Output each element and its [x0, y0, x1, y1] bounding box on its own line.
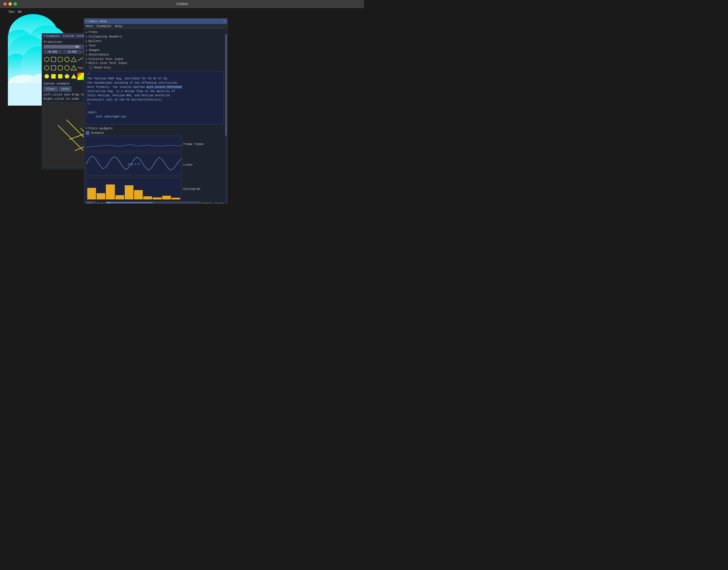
frame-times-row: Frame Times — [86, 136, 224, 153]
menu-item-menu[interactable]: Menu — [86, 24, 93, 28]
prim-rounded-rect-outline[interactable] — [57, 55, 63, 63]
prim-triangle-outline-lg[interactable] — [71, 64, 77, 72]
size-value: 36 — [75, 45, 78, 48]
prim-hexagon-outline-lg[interactable] — [64, 64, 70, 72]
tree-arrow-icon: ▶ — [86, 58, 87, 61]
menu-item-examples[interactable]: Examples — [96, 24, 111, 28]
tree-arrow-icon: ▶ — [86, 44, 87, 47]
lines-plot[interactable]: avg 0.0 — [86, 153, 181, 176]
lines-plot-row: avg 0.0 Lines — [86, 153, 224, 177]
plots-label: Plots widgets — [88, 127, 113, 130]
prim-rounded-rect-filled[interactable] — [57, 72, 63, 80]
prim-square-outline[interactable] — [50, 55, 57, 63]
svg-point-15 — [44, 66, 49, 70]
frame-times-plot[interactable] — [86, 136, 181, 151]
demo-close-icon[interactable]: ✕ — [224, 19, 226, 23]
code-textarea[interactable]: /* The Pentium F00F bug, shorthand for F… — [86, 71, 224, 124]
animate-row: ✓ Animate — [86, 131, 224, 134]
tree-arrow-icon: ▶ — [86, 53, 87, 56]
hist-bar-2 — [96, 193, 105, 199]
svg-marker-23 — [64, 74, 69, 78]
tree-arrow-icon: ▶ — [86, 35, 87, 38]
svg-line-25 — [58, 125, 83, 151]
histogram-label: Histogram — [183, 187, 206, 191]
prim-triangle-outline[interactable] — [71, 55, 77, 63]
hist-bar-8 — [152, 198, 161, 199]
menu-item-help[interactable]: Help — [115, 24, 122, 28]
histogram-plot[interactable] — [86, 177, 181, 200]
hist-bar-3 — [106, 185, 114, 199]
sample-count-label: Sample count — [201, 202, 224, 203]
tree-item-bullets[interactable]: ▶ Bullets — [86, 39, 224, 43]
hist-bar-1 — [87, 188, 96, 199]
close-button[interactable] — [3, 2, 7, 6]
hist-bar-7 — [143, 196, 152, 199]
prim-circle-outline[interactable] — [44, 55, 50, 63]
prim-triangle-filled[interactable] — [71, 72, 77, 80]
color-g-field[interactable]: G:255 — [63, 50, 81, 54]
imgui-demo-panel: ▼ ImGui Demo ✕ Menu Examples Help ▶ Tree… — [84, 18, 228, 204]
avg-label: avg 0.0 — [128, 163, 140, 166]
dropdown-arrow-icon: ▼ — [93, 203, 94, 204]
prim-circle-outline-lg[interactable] — [44, 64, 50, 72]
prim-square-outline-lg[interactable] — [50, 64, 57, 72]
prim-circle-filled[interactable] — [44, 72, 50, 80]
demo-panel-header: ▼ ImGui Demo ✕ — [84, 19, 227, 24]
tree-arrow-icon: ▶ — [86, 31, 87, 34]
demo-menubar: Menu Examples Help — [84, 24, 227, 29]
readonly-label: Read-only — [94, 66, 111, 69]
sample-value: 70 — [105, 202, 110, 204]
tree-item-text[interactable]: ▶ Text — [86, 43, 224, 48]
svg-rect-11 — [58, 57, 62, 62]
prim-hexagon-outline[interactable] — [64, 55, 70, 63]
prim-line[interactable] — [77, 55, 84, 63]
svg-rect-16 — [51, 66, 56, 70]
plots-section: ▼ Plots widgets ✓ Animate Frame Times — [86, 127, 224, 203]
tree-item-images[interactable]: ▶ Images — [86, 48, 224, 52]
sample-slider[interactable]: 70 — [105, 202, 200, 203]
collapse-arrow-icon: ▼ — [44, 35, 45, 37]
svg-rect-22 — [58, 74, 62, 78]
minimize-button[interactable] — [8, 2, 12, 6]
hist-bar-4 — [115, 195, 124, 199]
hist-bar-5 — [125, 185, 133, 199]
svg-line-14 — [78, 58, 83, 60]
window-buttons — [3, 2, 17, 6]
demo-collapse-arrow-icon: ▼ — [86, 20, 87, 23]
demo-content: ▶ Trees ▶ Collapsing Headers ▶ Bullets ▶… — [84, 29, 227, 203]
svg-rect-17 — [58, 66, 62, 70]
plots-collapse-icon: ▼ — [86, 127, 87, 130]
svg-rect-21 — [51, 74, 56, 78]
tree-item-selectables[interactable]: ▶ Selectables — [86, 52, 224, 57]
animate-checkbox[interactable]: ✓ — [86, 131, 89, 134]
prim-pentagon-filled[interactable] — [64, 72, 70, 80]
lines-label: Lines — [183, 163, 206, 167]
tree-arrow-icon: ▶ — [86, 49, 87, 52]
plots-header[interactable]: ▼ Plots widgets — [86, 127, 224, 130]
hist-bar-10 — [171, 198, 180, 199]
prim-square-filled[interactable] — [50, 72, 57, 80]
clear-button[interactable]: Clear — [44, 86, 58, 91]
demo-scrollbar[interactable] — [225, 34, 227, 203]
readonly-checkbox[interactable] — [89, 66, 93, 69]
prim-zigzag[interactable] — [77, 64, 84, 72]
func-dropdown[interactable]: Sin ▼ — [86, 201, 96, 203]
func-label: func — [97, 202, 104, 203]
svg-point-20 — [44, 74, 49, 78]
multiline-section-header[interactable]: ▼ Multi-line Text Input — [86, 61, 224, 65]
tree-item-trees[interactable]: ▶ Trees — [86, 30, 224, 34]
tree-item-filtered-text[interactable]: ▶ Filtered Text Input — [86, 57, 224, 61]
prim-rounded-rect-outline-lg[interactable] — [57, 64, 63, 72]
code-textarea-wrapper: /* The Pentium F00F bug, shorthand for F… — [86, 71, 224, 124]
tree-item-collapsing-headers[interactable]: ▶ Collapsing Headers — [86, 34, 224, 39]
histogram-row: Histogram — [86, 177, 224, 201]
demo-header-left: ▼ ImGui Demo — [86, 20, 107, 23]
sin-controls-row: Sin ▼ func 70 Sample count — [86, 201, 224, 203]
undo-button[interactable]: Undo — [59, 86, 71, 91]
svg-rect-10 — [51, 57, 56, 62]
color-r-field[interactable]: R:255 — [44, 50, 62, 54]
maximize-button[interactable] — [14, 2, 17, 6]
demo-scrollbar-thumb[interactable] — [225, 34, 227, 136]
svg-point-9 — [44, 57, 49, 62]
hist-bar-9 — [162, 196, 171, 199]
